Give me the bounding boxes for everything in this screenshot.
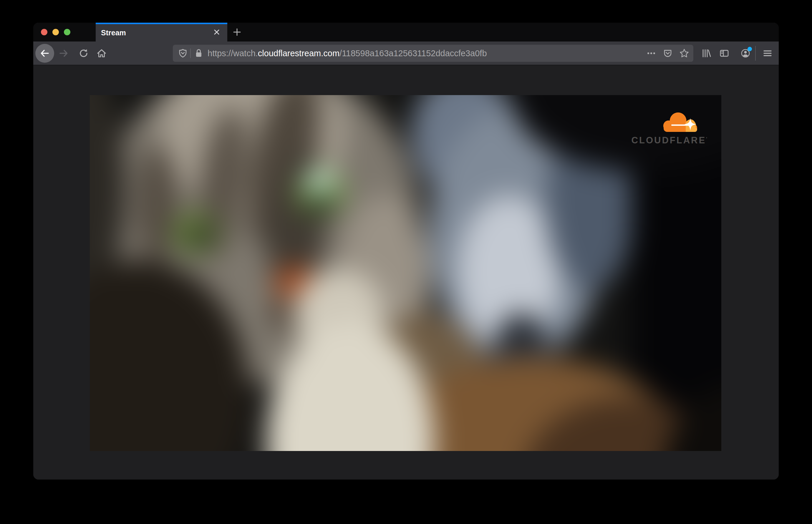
cloudflare-wordmark: CLOUDFLARE’ [602, 135, 708, 146]
pocket-icon[interactable] [663, 48, 673, 59]
back-button[interactable] [35, 44, 54, 63]
page-content: CLOUDFLARE’ [33, 65, 779, 479]
close-window-button[interactable] [41, 29, 47, 35]
url-domain: cloudflarestream.com [258, 49, 339, 58]
close-tab-icon[interactable] [213, 28, 221, 36]
reload-icon[interactable] [78, 48, 89, 59]
url-bar[interactable]: https://watch.cloudflarestream.com/11859… [173, 45, 693, 62]
video-player[interactable]: CLOUDFLARE’ [90, 95, 721, 451]
url-subdomain: https://watch. [208, 49, 258, 58]
home-icon[interactable] [96, 48, 107, 59]
toolbar-divider [755, 46, 756, 61]
lock-icon[interactable] [193, 48, 204, 59]
zoom-window-button[interactable] [64, 29, 70, 35]
cloudflare-logo: CLOUDFLARE’ [602, 110, 708, 146]
page-actions-icon[interactable] [646, 48, 656, 59]
account-notification-dot [748, 47, 752, 51]
library-icon[interactable] [701, 48, 711, 59]
minimize-window-button[interactable] [52, 29, 59, 35]
tab-bar: Stream [33, 23, 779, 42]
url-path: /118598a163a125631152ddaccfe3a0fb [339, 49, 487, 58]
cat-left-pupil [189, 222, 211, 248]
url-text[interactable]: https://watch.cloudflarestream.com/11859… [208, 45, 487, 62]
video-frame-art [90, 95, 721, 451]
tab-stream[interactable]: Stream [96, 23, 227, 42]
new-tab-icon[interactable] [232, 27, 242, 37]
tracking-protection-shield-icon[interactable] [178, 48, 188, 59]
account-icon[interactable] [740, 48, 751, 59]
cat-right-pupil [308, 191, 334, 219]
bookmark-star-icon[interactable] [679, 48, 689, 59]
cat-right-eye-highlight [305, 170, 334, 194]
sidebar-icon[interactable] [719, 48, 730, 59]
trademark-tick: ’ [706, 136, 708, 141]
browser-window: Stream [33, 23, 779, 479]
cloudflare-cloud-icon [658, 110, 708, 135]
forward-button[interactable] [58, 48, 69, 59]
cat-fur-stripe-3 [137, 145, 178, 263]
menu-hamburger-icon[interactable] [762, 48, 773, 59]
tab-title: Stream [101, 24, 126, 42]
urlbar-divider [190, 49, 191, 58]
navigation-toolbar: https://watch.cloudflarestream.com/11859… [33, 42, 779, 65]
